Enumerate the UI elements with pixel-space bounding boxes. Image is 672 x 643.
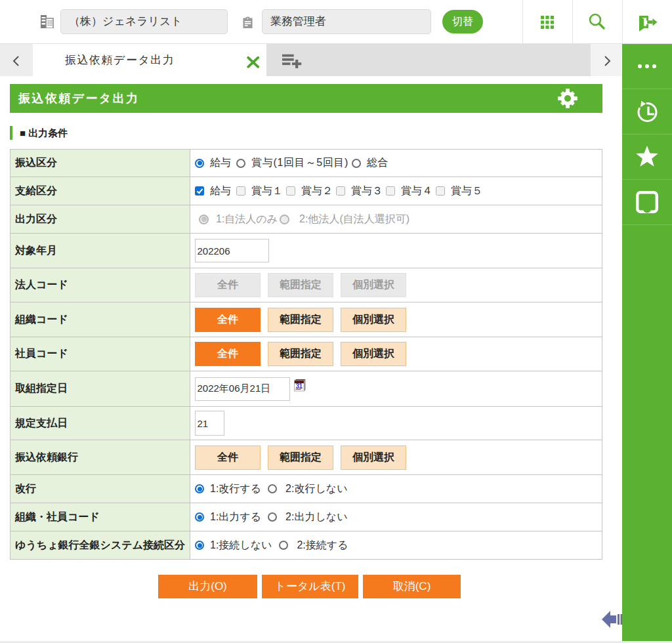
svg-text:31: 31	[295, 382, 303, 389]
